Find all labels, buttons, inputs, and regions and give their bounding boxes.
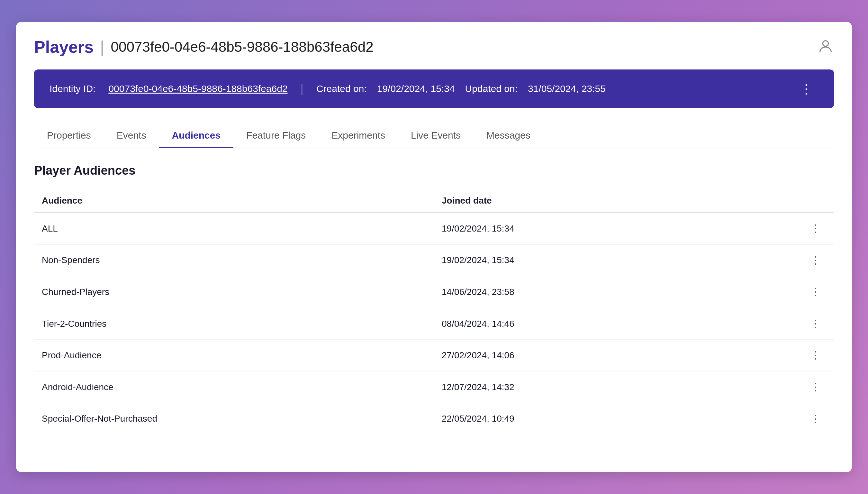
updated-label: Updated on: xyxy=(465,83,518,94)
audiences-table: Audience Joined date ALL19/02/2024, 15:3… xyxy=(34,189,834,435)
table-row: Tier-2-Countries08/04/2024, 14:46⋮ xyxy=(34,308,834,340)
audience-name: Non-Spenders xyxy=(34,244,434,276)
row-more-button[interactable]: ⋮ xyxy=(805,254,826,267)
row-actions: ⋮ xyxy=(794,371,834,403)
page-title-divider: | xyxy=(100,37,104,57)
identity-value[interactable]: 00073fe0-04e6-48b5-9886-188b63fea6d2 xyxy=(108,83,288,94)
tab-live-events[interactable]: Live Events xyxy=(398,124,474,148)
updated-value: 31/05/2024, 23:55 xyxy=(528,83,606,94)
audience-name: Tier-2-Countries xyxy=(34,308,434,340)
row-actions: ⋮ xyxy=(794,276,834,308)
section-title: Player Audiences xyxy=(34,164,834,177)
table-row: Special-Offer-Not-Purchased22/05/2024, 1… xyxy=(34,403,834,435)
info-banner: Identity ID: 00073fe0-04e6-48b5-9886-188… xyxy=(34,70,834,108)
tab-messages[interactable]: Messages xyxy=(474,124,543,148)
tab-experiments[interactable]: Experiments xyxy=(319,124,398,148)
page-title-id: 00073fe0-04e6-48b5-9886-188b63fea6d2 xyxy=(111,39,374,55)
banner-meta: Created on: 19/02/2024, 15:34 Updated on… xyxy=(316,83,606,94)
table-row: ALL19/02/2024, 15:34⋮ xyxy=(34,213,834,244)
joined-date: 22/05/2024, 10:49 xyxy=(434,403,794,435)
identity-label: Identity ID: xyxy=(50,83,96,94)
tab-events[interactable]: Events xyxy=(104,124,159,148)
joined-date: 19/02/2024, 15:34 xyxy=(434,244,794,276)
tab-audiences[interactable]: Audiences xyxy=(159,124,233,148)
joined-date: 12/07/2024, 14:32 xyxy=(434,371,794,403)
row-more-button[interactable]: ⋮ xyxy=(805,222,826,235)
col-header-actions xyxy=(794,189,834,213)
row-more-button[interactable]: ⋮ xyxy=(805,412,826,426)
table-row: Prod-Audience27/02/2024, 14:06⋮ xyxy=(34,340,834,372)
joined-date: 14/06/2024, 23:58 xyxy=(434,276,794,308)
header-user-icon[interactable] xyxy=(817,38,834,56)
row-more-button[interactable]: ⋮ xyxy=(805,285,826,299)
audience-name: Special-Offer-Not-Purchased xyxy=(34,403,434,435)
page-title-row: Players | 00073fe0-04e6-48b5-9886-188b63… xyxy=(34,37,374,57)
table-row: Android-Audience12/07/2024, 14:32⋮ xyxy=(34,371,834,403)
audience-name: Churned-Players xyxy=(34,276,434,308)
info-banner-left: Identity ID: 00073fe0-04e6-48b5-9886-188… xyxy=(50,82,606,96)
joined-date: 19/02/2024, 15:34 xyxy=(434,213,794,244)
banner-separator: | xyxy=(301,82,303,96)
page-title-players: Players xyxy=(34,37,94,57)
audience-name: Prod-Audience xyxy=(34,340,434,372)
banner-more-button[interactable]: ⋮ xyxy=(795,80,818,98)
tab-feature-flags[interactable]: Feature Flags xyxy=(233,124,319,148)
row-more-button[interactable]: ⋮ xyxy=(805,317,826,330)
audience-name: Android-Audience xyxy=(34,371,434,403)
table-row: Churned-Players14/06/2024, 23:58⋮ xyxy=(34,276,834,308)
joined-date: 08/04/2024, 14:46 xyxy=(434,308,794,340)
table-row: Non-Spenders19/02/2024, 15:34⋮ xyxy=(34,244,834,276)
col-header-audience: Audience xyxy=(34,189,434,213)
audience-name: ALL xyxy=(34,213,434,244)
svg-point-0 xyxy=(823,41,828,46)
row-actions: ⋮ xyxy=(794,308,834,340)
row-actions: ⋮ xyxy=(794,213,834,244)
row-more-button[interactable]: ⋮ xyxy=(805,349,826,362)
row-actions: ⋮ xyxy=(794,244,834,276)
page-header: Players | 00073fe0-04e6-48b5-9886-188b63… xyxy=(34,37,834,57)
created-value: 19/02/2024, 15:34 xyxy=(377,83,455,94)
table-header-row: Audience Joined date xyxy=(34,189,834,213)
row-actions: ⋮ xyxy=(794,340,834,372)
row-more-button[interactable]: ⋮ xyxy=(805,380,826,394)
joined-date: 27/02/2024, 14:06 xyxy=(434,340,794,372)
row-actions: ⋮ xyxy=(794,403,834,435)
tab-properties[interactable]: Properties xyxy=(34,124,104,148)
col-header-joined-date: Joined date xyxy=(434,189,794,213)
tabs-bar: Properties Events Audiences Feature Flag… xyxy=(34,124,834,148)
created-label: Created on: xyxy=(316,83,367,94)
main-card: Players | 00073fe0-04e6-48b5-9886-188b63… xyxy=(16,22,852,472)
